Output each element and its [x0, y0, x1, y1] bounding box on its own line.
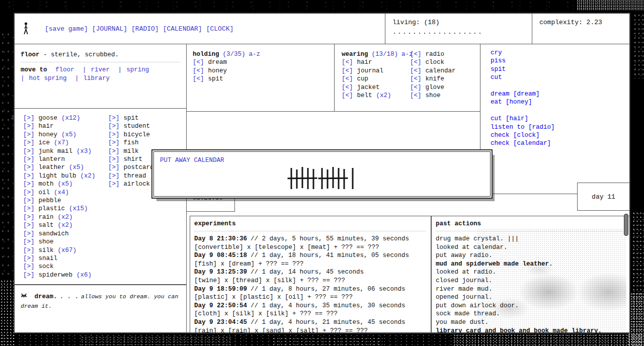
pick-up-button[interactable]: [>] [23, 131, 35, 138]
pick-up-button[interactable]: [>] [23, 123, 35, 130]
pick-up-button[interactable]: [>] [108, 123, 120, 130]
holding-sort-link[interactable]: a-z [249, 51, 261, 58]
pick-up-button[interactable]: [>] [23, 115, 35, 122]
menu-item[interactable]: [JOURNAL] [92, 25, 127, 33]
complexity-value: complexity: 2.23 [539, 19, 629, 26]
pick-up-button[interactable]: [>] [108, 164, 120, 171]
holding-item-row: [<]spit [193, 75, 334, 83]
take-off-button[interactable]: [<] [410, 92, 422, 99]
action-link[interactable]: cut [hair] [491, 115, 626, 123]
floor-item-row: [>]lantern [23, 155, 96, 163]
pick-up-button[interactable]: [>] [23, 172, 35, 180]
pick-up-button[interactable]: [>] [23, 255, 35, 262]
action-link[interactable]: listen to [radio] [491, 123, 626, 131]
take-off-button[interactable]: [<] [410, 51, 422, 58]
pick-up-button[interactable]: [>] [108, 115, 120, 122]
destination-link[interactable]: library [84, 75, 110, 82]
take-off-button[interactable]: [<] [342, 92, 353, 99]
pick-up-button[interactable]: [>] [23, 164, 35, 171]
pick-up-button[interactable]: [>] [23, 214, 35, 221]
take-off-button[interactable]: [<] [342, 67, 353, 74]
pick-up-button[interactable]: [>] [108, 148, 120, 155]
past-action-line: library card and book and book made libr… [436, 327, 629, 335]
destination-link[interactable]: hot spring [29, 75, 67, 82]
action-link[interactable]: eat [honey] [491, 98, 626, 106]
pick-up-button[interactable]: [>] [23, 230, 35, 237]
pick-up-button[interactable]: [>] [23, 139, 35, 146]
pick-up-button[interactable]: [>] [23, 197, 35, 204]
put-down-button[interactable]: [<] [193, 59, 204, 66]
action-link[interactable] [491, 107, 626, 115]
take-off-button[interactable]: [<] [342, 84, 353, 91]
take-off-button[interactable]: [<] [410, 67, 422, 74]
put-down-button[interactable]: [<] [193, 67, 204, 74]
tooltip-dots: . . . [60, 293, 79, 300]
take-off-button[interactable]: [<] [410, 59, 422, 66]
take-off-button[interactable]: [<] [410, 84, 422, 91]
divider [194, 231, 426, 231]
holding-label: holding [193, 51, 219, 58]
menu-item[interactable]: [save game] [45, 25, 88, 33]
background-noise [632, 211, 644, 346]
experiment-elapsed: // 2 days, 5 hours, 55 minutes, 39 secon… [251, 235, 409, 242]
pick-up-button[interactable]: [>] [23, 189, 35, 196]
destination: |spring [118, 66, 149, 74]
floor-items-panel: [>]goose(x12) [>]hair [>]honey(x5) [>]ic… [15, 109, 187, 285]
experiment-entry: Day 9 08:45:18// 1 day, 18 hours, 41 min… [194, 251, 431, 268]
item-name: oil [39, 189, 50, 196]
menu-item[interactable]: [CALENDAR] [163, 25, 202, 33]
pick-up-button[interactable]: [>] [23, 263, 35, 270]
experiment-entry: Day 9 13:25:39// 1 day, 14 hours, 45 sec… [194, 268, 431, 285]
destination-link[interactable]: floor [55, 66, 74, 73]
floor-item-row: [>]salt(x2) [23, 221, 96, 229]
take-off-button[interactable]: [<] [410, 75, 422, 82]
action-link[interactable]: check [clock] [491, 131, 626, 139]
experiments-panel: experiments Day 8 21:30:36// 2 days, 5 h… [190, 216, 431, 333]
pick-up-button[interactable]: [>] [23, 222, 35, 229]
action-link[interactable]: dream [dream] [491, 90, 626, 98]
background-noise [272, 337, 382, 346]
action-link[interactable]: piss [491, 57, 626, 65]
menu-item[interactable]: [CLOCK] [206, 25, 234, 33]
wearing-item-row: [<]clock [410, 58, 460, 66]
floor-item-row: [>]spiderweb(x6) [23, 271, 96, 279]
day-label: day 11 [592, 193, 615, 201]
put-down-button[interactable]: [<] [193, 75, 204, 82]
experiment-entry: Day 9 22:50:54// 1 day, 4 hours, 35 minu… [194, 302, 431, 318]
pick-up-button[interactable]: [>] [23, 272, 35, 279]
item-name: calendar [426, 67, 456, 74]
experiment-formula: [twine] x [thread] x [silk] + ??? == ??? [194, 277, 431, 285]
destination-link[interactable]: spring [126, 66, 149, 73]
item-qty: (x2) [80, 172, 96, 180]
pick-up-button[interactable]: [>] [23, 205, 35, 212]
item-qty: (x15) [69, 205, 88, 212]
pick-up-button[interactable]: [>] [23, 181, 35, 188]
pick-up-button[interactable]: [>] [108, 172, 120, 180]
destination-link[interactable]: river [91, 66, 110, 73]
action-link[interactable] [491, 82, 626, 90]
action-link[interactable]: cut [491, 73, 626, 81]
action-link[interactable]: check [calendar] [491, 139, 626, 147]
pick-up-button[interactable]: [>] [108, 139, 120, 146]
floor-item-row: [>]rain(x2) [23, 213, 96, 221]
experiments-title: experiments [194, 220, 236, 227]
pick-up-button[interactable]: [>] [108, 181, 120, 188]
take-off-button[interactable]: [<] [342, 59, 353, 66]
scrollbar-thumb[interactable] [624, 214, 628, 236]
pick-up-button[interactable]: [>] [23, 148, 35, 155]
player-figure-icon [23, 22, 29, 37]
menu-item[interactable]: [RADIO] [131, 25, 159, 33]
item-name: thread [124, 172, 146, 180]
pick-up-button[interactable]: [>] [108, 131, 120, 138]
pick-up-button[interactable]: [>] [23, 247, 35, 254]
pick-up-button[interactable]: [>] [23, 156, 35, 163]
take-off-button[interactable]: [<] [342, 75, 353, 82]
pick-up-button[interactable]: [>] [108, 156, 120, 163]
pick-up-button[interactable]: [>] [23, 238, 35, 245]
location-name: floor [21, 51, 40, 58]
item-name: sock [39, 263, 54, 270]
experiment-time-line: Day 8 21:30:36// 2 days, 5 hours, 55 min… [194, 235, 431, 243]
put-away-calendar-link[interactable]: PUT AWAY CALENDAR [160, 157, 224, 164]
action-link[interactable]: cry [491, 49, 626, 57]
action-link[interactable]: spit [491, 65, 626, 73]
